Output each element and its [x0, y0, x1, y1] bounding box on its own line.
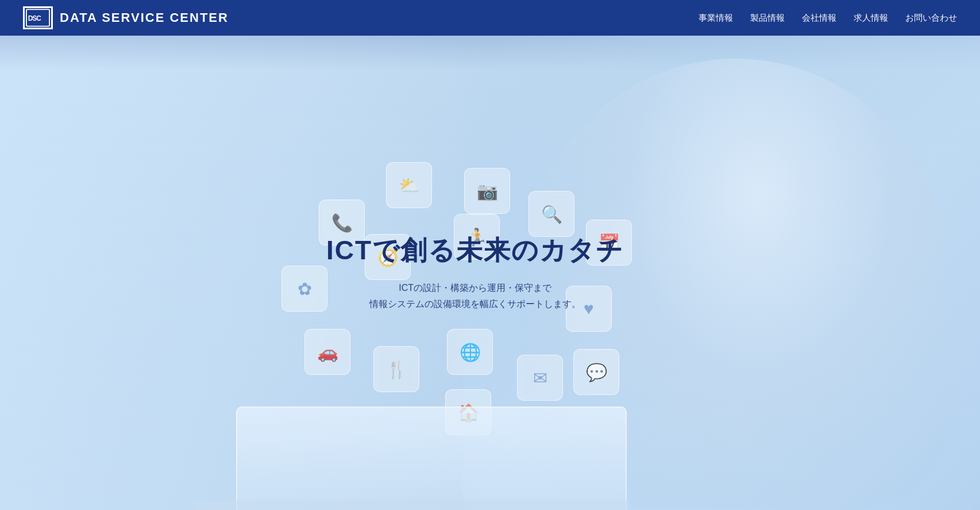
weather-icon: ⛅ [386, 162, 432, 208]
car-icon: 🚗 [304, 329, 350, 375]
mail-icon: ✉ [517, 355, 563, 401]
site-header: DSC DATA SERVICE CENTER 事業情報製品情報会社情報求人情報… [0, 0, 980, 36]
hero-section: ICTで創る未来のカタチ ICTの設計・構築から運用・保守まで 情報システムの設… [0, 36, 980, 510]
flower-icon: ✿ [281, 266, 327, 312]
logo-area[interactable]: DSC DATA SERVICE CENTER [23, 6, 229, 29]
hero-subtitle-line1: ICTの設計・構築から運用・保守まで [399, 283, 551, 293]
main-nav: 事業情報製品情報会社情報求人情報お問い合わせ [699, 13, 957, 24]
nav-item-careers[interactable]: 求人情報 [854, 13, 888, 24]
dining-icon: 🍴 [373, 346, 419, 392]
logo-text: DATA SERVICE CENTER [60, 10, 229, 25]
camera-icon: 📷 [464, 168, 510, 214]
chat-icon: 💬 [573, 349, 619, 395]
hero-title: ICTで創る未来のカタチ [326, 233, 624, 269]
nav-item-contact[interactable]: お問い合わせ [905, 13, 957, 24]
nav-item-company[interactable]: 会社情報 [802, 13, 836, 24]
globe-icon: 🌐 [447, 329, 493, 375]
hero-content: ICTで創る未来のカタチ ICTの設計・構築から運用・保守まで 情報システムの設… [326, 233, 624, 313]
hero-subtitle: ICTの設計・構築から運用・保守まで 情報システムの設備環境を幅広くサポートしま… [326, 280, 624, 313]
laptop-shape [236, 407, 627, 510]
nav-item-business[interactable]: 事業情報 [699, 13, 733, 24]
logo-icon: DSC [23, 6, 53, 29]
nav-item-products[interactable]: 製品情報 [750, 13, 785, 24]
svg-text:DSC: DSC [28, 14, 42, 22]
search-icon: 🔍 [528, 191, 574, 237]
laptop-base [193, 500, 630, 510]
hero-subtitle-line2: 情報システムの設備環境を幅広くサポートします。 [369, 300, 581, 309]
